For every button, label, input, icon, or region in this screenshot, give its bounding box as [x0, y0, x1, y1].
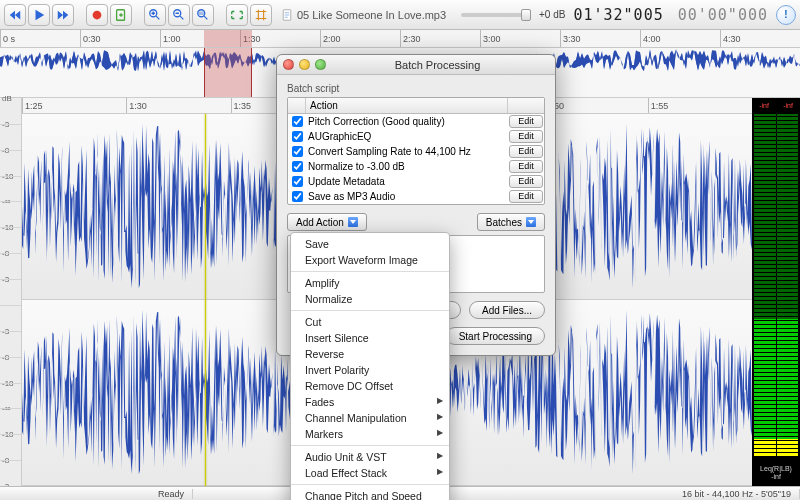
record-button[interactable]	[86, 4, 108, 26]
ruler-tick: 4:30	[720, 30, 741, 47]
menu-item[interactable]: Normalize	[291, 291, 449, 307]
zoom-sel-button[interactable]	[192, 4, 214, 26]
menu-item[interactable]: Load Effect Stack	[291, 465, 449, 481]
action-checkbox[interactable]	[292, 146, 303, 157]
ruler-tick: 3:30	[560, 30, 581, 47]
status-text: Ready	[150, 489, 193, 499]
script-row[interactable]: Pitch Correction (Good quality)Edit	[288, 114, 544, 129]
edit-button[interactable]: Edit	[509, 145, 543, 158]
action-checkbox[interactable]	[292, 161, 303, 172]
rewind-button[interactable]	[4, 4, 26, 26]
ruler-tick: 3:00	[480, 30, 501, 47]
ruler-full[interactable]: 0 s0:301:001:302:002:303:003:304:004:305…	[0, 30, 800, 48]
col-action: Action	[306, 98, 508, 113]
minimize-icon[interactable]	[299, 59, 310, 70]
script-row[interactable]: AUGraphicEQEdit	[288, 129, 544, 144]
action-label: Normalize to -3.00 dB	[306, 161, 509, 172]
meter-bar-l	[754, 114, 776, 456]
batches-button[interactable]: Batches	[477, 213, 545, 231]
menu-separator	[291, 271, 449, 272]
play-button[interactable]	[28, 4, 50, 26]
db-scale: dB-3-8-18-∞-18-8-3-3-8-18-∞-18-8-3	[0, 98, 22, 486]
ruler-tick: 2:30	[400, 30, 421, 47]
menu-item[interactable]: Fades	[291, 394, 449, 410]
script-list: Action Pitch Correction (Good quality)Ed…	[287, 97, 545, 205]
menu-separator	[291, 445, 449, 446]
gain-label: +0 dB	[539, 9, 565, 20]
edit-button[interactable]: Edit	[509, 115, 543, 128]
action-checkbox[interactable]	[292, 116, 303, 127]
script-row[interactable]: Convert Sampling Rate to 44,100 HzEdit	[288, 144, 544, 159]
menu-item[interactable]: Markers	[291, 426, 449, 442]
svg-rect-5	[199, 11, 204, 15]
menu-item[interactable]: Save	[291, 236, 449, 252]
add-action-button[interactable]: Add Action	[287, 213, 367, 231]
info-button[interactable]: !	[776, 5, 796, 25]
crop-button[interactable]	[250, 4, 272, 26]
dialog-titlebar[interactable]: Batch Processing	[277, 55, 555, 75]
action-label: Update Metadata	[306, 176, 509, 187]
meter-foot-value: -inf	[771, 473, 781, 480]
zoom-in-button[interactable]	[144, 4, 166, 26]
batch-script-label: Batch script	[287, 83, 545, 94]
action-checkbox[interactable]	[292, 191, 303, 202]
script-row[interactable]: Update MetadataEdit	[288, 174, 544, 189]
dialog-title: Batch Processing	[326, 59, 549, 71]
ruler-tick: 1:55	[648, 98, 669, 113]
add-files-button[interactable]: Add Files...	[469, 301, 545, 319]
action-label: AUGraphicEQ	[306, 131, 509, 142]
start-processing-button[interactable]: Start Processing	[446, 327, 545, 345]
db-mark: dB	[2, 94, 12, 103]
new-doc-button[interactable]	[110, 4, 132, 26]
dropdown-icon	[526, 217, 536, 227]
ruler-tick: 4:00	[640, 30, 661, 47]
menu-item[interactable]: Audio Unit & VST	[291, 449, 449, 465]
playhead[interactable]	[205, 114, 206, 486]
edit-button[interactable]: Edit	[509, 130, 543, 143]
edit-button[interactable]: Edit	[509, 175, 543, 188]
main-toolbar: 05 Like Someone In Love.mp3 +0 dB 01'32"…	[0, 0, 800, 30]
level-meters: -inf -inf Leq(R|LB) -inf	[752, 98, 800, 486]
action-label: Pitch Correction (Good quality)	[306, 116, 509, 127]
ruler-tick: 2:00	[320, 30, 341, 47]
menu-item[interactable]: Cut	[291, 314, 449, 330]
menu-item[interactable]: Remove DC Offset	[291, 378, 449, 394]
menu-item[interactable]: Export Waveform Image	[291, 252, 449, 268]
action-checkbox[interactable]	[292, 176, 303, 187]
script-header: Action	[288, 98, 544, 114]
ruler-tick: 1:30	[126, 98, 147, 113]
fastfwd-button[interactable]	[52, 4, 74, 26]
script-row[interactable]: Normalize to -3.00 dBEdit	[288, 159, 544, 174]
svg-point-0	[93, 10, 102, 19]
meter-bar-r	[777, 114, 799, 456]
add-action-label: Add Action	[296, 217, 344, 228]
action-checkbox[interactable]	[292, 131, 303, 142]
meter-peak-r: -inf	[783, 102, 793, 109]
ruler-tick: 0:30	[80, 30, 101, 47]
menu-item[interactable]: Amplify	[291, 275, 449, 291]
close-icon[interactable]	[283, 59, 294, 70]
menu-item[interactable]: Change Pitch and Speed	[291, 488, 449, 500]
ruler-tick: 0 s	[0, 30, 15, 47]
menu-item[interactable]: Channel Manipulation	[291, 410, 449, 426]
batches-label: Batches	[486, 217, 522, 228]
menu-separator	[291, 310, 449, 311]
gain-slider[interactable]	[461, 13, 531, 17]
ruler-tick: 1:25	[22, 98, 43, 113]
fit-button[interactable]	[226, 4, 248, 26]
script-row[interactable]: Save as MP3 AudioEdit	[288, 189, 544, 204]
overview-selection[interactable]	[204, 48, 252, 97]
zoom-out-button[interactable]	[168, 4, 190, 26]
menu-item[interactable]: Insert Silence	[291, 330, 449, 346]
timecode-position: 01'32"005	[567, 6, 669, 24]
ruler-tick: 1:00	[160, 30, 181, 47]
dropdown-icon	[348, 217, 358, 227]
zoom-icon[interactable]	[315, 59, 326, 70]
menu-item[interactable]: Reverse	[291, 346, 449, 362]
add-action-menu: SaveExport Waveform ImageAmplifyNormaliz…	[290, 232, 450, 500]
menu-item[interactable]: Invert Polarity	[291, 362, 449, 378]
edit-button[interactable]: Edit	[509, 160, 543, 173]
ruler-tick: 1:35	[231, 98, 252, 113]
edit-button[interactable]: Edit	[509, 190, 543, 203]
status-format: 16 bit - 44,100 Hz - 5'05"19	[674, 489, 800, 499]
